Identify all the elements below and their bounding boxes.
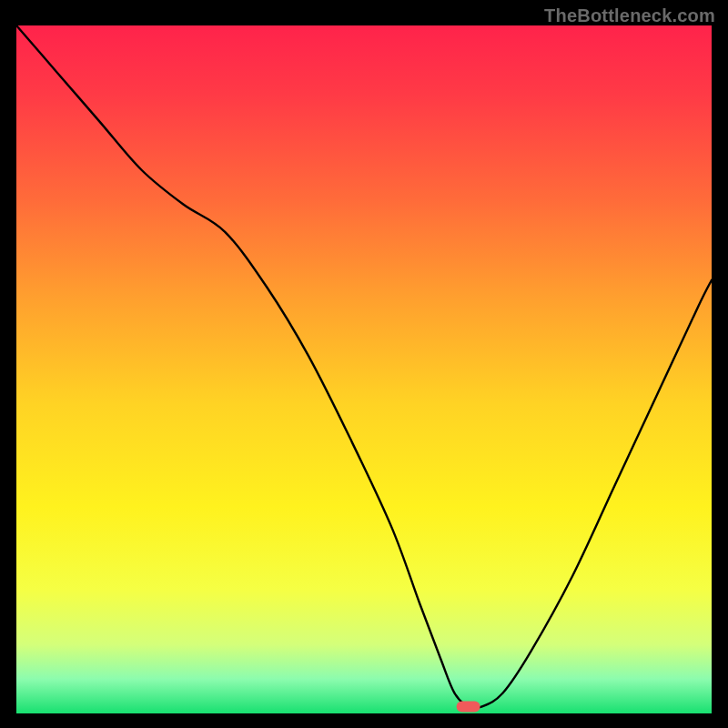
- gradient-background: [16, 25, 712, 713]
- optimum-marker: [457, 701, 480, 712]
- plot-area: [16, 25, 712, 713]
- watermark-text: TheBottleneck.com: [544, 5, 715, 26]
- chart-frame: TheBottleneck.com: [0, 0, 728, 728]
- chart-svg: [16, 25, 712, 713]
